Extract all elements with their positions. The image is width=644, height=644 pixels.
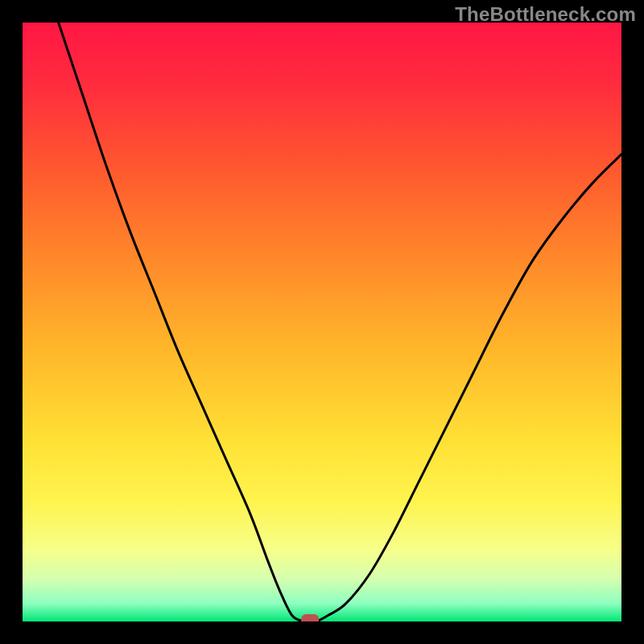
bottleneck-curve <box>59 23 621 621</box>
chart-frame: TheBottleneck.com <box>0 0 644 644</box>
optimal-marker <box>301 614 319 621</box>
curve-layer <box>23 23 621 621</box>
watermark: TheBottleneck.com <box>455 3 636 26</box>
plot-area <box>23 23 621 621</box>
